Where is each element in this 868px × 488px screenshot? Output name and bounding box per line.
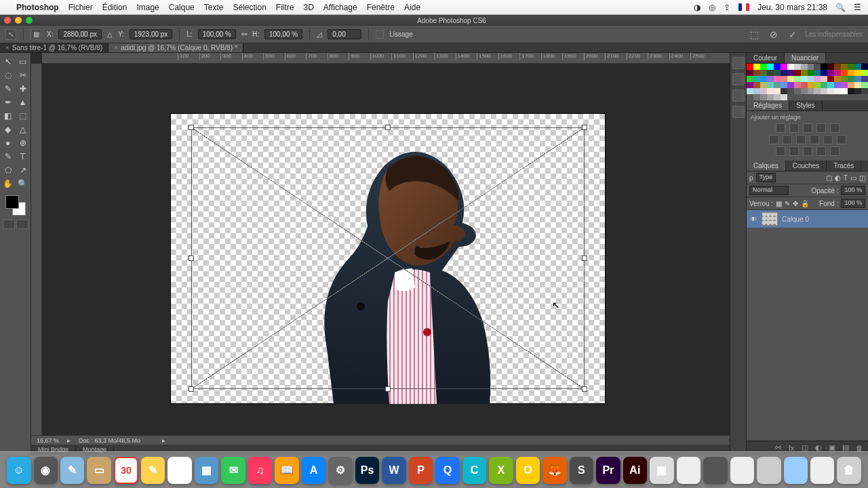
dock-app[interactable]: ✎ [60, 457, 84, 484]
dock-app[interactable]: ⚙ [328, 457, 352, 484]
clock[interactable]: Jeu. 30 mars 21:38 [757, 3, 827, 12]
transform-tool-icon[interactable]: ⤡ [5, 29, 16, 40]
swatch[interactable] [774, 70, 781, 76]
fill-field[interactable]: 100 % [841, 199, 865, 208]
blend-mode-select[interactable]: Normal [749, 186, 789, 195]
adjust-icon[interactable] [769, 135, 778, 144]
filter-smart-icon[interactable]: ◫ [859, 174, 865, 182]
swatch[interactable] [854, 82, 861, 88]
swatch[interactable] [760, 94, 767, 100]
dock-app[interactable]: Q [435, 457, 459, 484]
dock-app[interactable]: ♫ [248, 457, 272, 484]
tool-button[interactable]: ◧ [1, 110, 15, 122]
tool-button[interactable]: ✂ [16, 69, 30, 81]
swatch[interactable] [841, 88, 848, 94]
swatch[interactable] [767, 88, 774, 94]
swatch[interactable] [821, 82, 827, 88]
tool-button[interactable]: ✎ [1, 83, 15, 95]
dock-app[interactable]: ✎ [141, 457, 165, 484]
swatch[interactable] [774, 94, 781, 100]
swatch[interactable] [774, 76, 781, 82]
dock-app[interactable]: 🦊 [542, 457, 566, 484]
adjust-icon[interactable] [789, 123, 799, 133]
menu-extras-icon[interactable]: ☰ [854, 3, 861, 12]
swatch[interactable] [781, 88, 787, 94]
swatches-grid[interactable] [747, 64, 868, 100]
layer-name[interactable]: Calque 0 [782, 216, 809, 223]
swatch[interactable] [747, 94, 753, 100]
swatch[interactable] [848, 76, 854, 82]
panel-icon[interactable] [732, 73, 745, 85]
dock-app[interactable]: ▦ [195, 457, 218, 484]
swatch[interactable] [747, 70, 753, 76]
swatch[interactable] [753, 82, 760, 88]
filter-icon[interactable]: ρ [749, 174, 753, 182]
adjust-icon[interactable] [823, 135, 833, 144]
dock-app[interactable]: 30 [114, 457, 138, 484]
swatch[interactable] [821, 64, 827, 70]
tool-button[interactable]: ◆ [1, 123, 15, 136]
tool-button[interactable]: T [16, 150, 30, 163]
swatch[interactable] [801, 82, 808, 88]
swatch[interactable] [808, 88, 814, 94]
swatch[interactable] [841, 64, 848, 70]
visibility-icon[interactable]: 👁 [749, 216, 757, 223]
swatch[interactable] [848, 82, 854, 88]
tool-button[interactable]: ● [1, 137, 15, 149]
swatch[interactable] [787, 82, 794, 88]
swatch[interactable] [827, 70, 834, 76]
dock-app[interactable]: P [409, 457, 433, 484]
swatch[interactable] [861, 64, 868, 70]
swatch[interactable] [821, 70, 827, 76]
menu-texte[interactable]: Texte [204, 3, 224, 12]
swatch[interactable] [834, 82, 841, 88]
swatch[interactable] [781, 94, 787, 100]
dock-app[interactable]: Ps [355, 457, 379, 484]
swatch[interactable] [774, 82, 781, 88]
lock-trans-icon[interactable]: ▦ [776, 200, 782, 207]
swatch[interactable] [781, 64, 787, 70]
antialias-checkbox[interactable] [376, 30, 384, 39]
filter-shape-icon[interactable]: ▭ [850, 174, 856, 182]
reference-point-icon[interactable]: ▦ [31, 29, 41, 40]
document-canvas[interactable] [171, 114, 605, 403]
swatch[interactable] [747, 64, 753, 70]
close-icon[interactable]: × [114, 44, 118, 52]
dock-app[interactable] [730, 457, 754, 484]
tab-couches[interactable]: Couches [786, 161, 827, 171]
tool-button[interactable]: ✚ [16, 83, 30, 95]
swatch[interactable] [753, 94, 760, 100]
swatch[interactable] [848, 64, 854, 70]
swatch[interactable] [808, 64, 814, 70]
doc-tab[interactable]: ×Sans titre-1 @ 16,7% (RVB/8) [0, 43, 108, 52]
swatch[interactable] [747, 82, 753, 88]
adjust-icon[interactable] [776, 146, 785, 156]
adjust-icon[interactable] [830, 123, 840, 133]
lock-all-icon[interactable]: 🔒 [801, 200, 809, 207]
menu-fichier[interactable]: Fichier [68, 3, 93, 12]
swatch[interactable] [861, 82, 868, 88]
filter-text-icon[interactable]: T [844, 174, 848, 182]
swatch[interactable] [801, 64, 808, 70]
swatch[interactable] [787, 88, 794, 94]
swatch[interactable] [827, 82, 834, 88]
swatch[interactable] [801, 76, 808, 82]
swatch[interactable] [760, 82, 767, 88]
swatch[interactable] [794, 76, 801, 82]
filter-adj-icon[interactable]: ◐ [835, 174, 841, 182]
panel-icon[interactable] [732, 106, 745, 118]
tool-button[interactable]: ▲ [16, 96, 30, 108]
menu-fenetre[interactable]: Fenêtre [367, 3, 395, 12]
swatch[interactable] [794, 82, 801, 88]
swatch[interactable] [821, 76, 827, 82]
adjust-icon[interactable] [810, 135, 819, 144]
swatch[interactable] [841, 70, 848, 76]
dock-app[interactable]: C [462, 457, 486, 484]
tool-button[interactable]: ◌ [1, 69, 15, 81]
swatch[interactable] [801, 70, 808, 76]
menu-edition[interactable]: Édition [102, 3, 127, 12]
swatch[interactable] [760, 64, 767, 70]
swatch[interactable] [794, 70, 801, 76]
dock-app[interactable]: O [516, 457, 540, 484]
dock-app[interactable]: S [570, 457, 593, 484]
